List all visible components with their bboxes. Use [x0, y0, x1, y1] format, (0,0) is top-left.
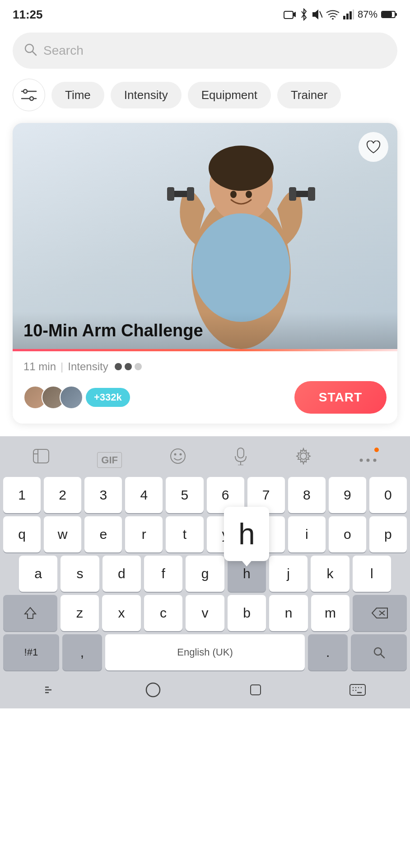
backspace-button[interactable]: [353, 595, 407, 631]
shift-button[interactable]: [3, 595, 57, 631]
key-7[interactable]: 7: [247, 477, 285, 513]
wifi-icon: [326, 9, 340, 19]
mic-button[interactable]: [231, 444, 250, 472]
svg-line-47: [381, 654, 384, 658]
key-e[interactable]: e: [84, 516, 122, 552]
emoji-icon: [169, 448, 186, 465]
nav-recents[interactable]: [241, 681, 270, 702]
start-button[interactable]: START: [294, 381, 387, 414]
search-bar[interactable]: Search: [13, 33, 397, 69]
key-6[interactable]: 6: [207, 477, 244, 513]
key-o[interactable]: o: [329, 516, 366, 552]
key-i[interactable]: i: [288, 516, 326, 552]
svg-point-17: [30, 97, 33, 100]
keyboard-toolbar: GIF: [0, 436, 410, 477]
key-j[interactable]: j: [269, 556, 308, 592]
card-image: 10-Min Arm Challenge: [13, 123, 397, 349]
key-n[interactable]: n: [269, 595, 308, 631]
search-icon: [23, 42, 37, 59]
keyboard-icon: [349, 684, 366, 696]
key-g[interactable]: g: [186, 556, 224, 592]
key-d[interactable]: d: [102, 556, 141, 592]
key-a[interactable]: a: [19, 556, 57, 592]
key-9[interactable]: 9: [329, 477, 366, 513]
key-2[interactable]: 2: [44, 477, 81, 513]
dot-3: [135, 363, 142, 370]
svg-marker-2: [312, 9, 318, 19]
card-duration: 11 min: [23, 360, 56, 373]
mic-icon: [234, 447, 247, 465]
gear-icon: [295, 448, 312, 465]
key-s[interactable]: s: [61, 556, 99, 592]
participant-count: +332k: [86, 388, 130, 407]
card-meta: 11 min | Intensity: [23, 360, 387, 373]
svg-marker-43: [25, 608, 36, 618]
favorite-button[interactable]: [359, 132, 388, 162]
filter-chip-intensity[interactable]: Intensity: [111, 82, 182, 108]
key-w[interactable]: w: [44, 516, 81, 552]
space-key[interactable]: English (UK): [105, 634, 305, 670]
key-8[interactable]: 8: [288, 477, 326, 513]
avatar-3: [60, 386, 83, 409]
intensity-dots: [115, 363, 142, 370]
key-r[interactable]: r: [125, 516, 163, 552]
key-4[interactable]: 4: [125, 477, 163, 513]
key-m[interactable]: m: [311, 595, 350, 631]
key-l[interactable]: l: [353, 556, 391, 592]
key-x[interactable]: x: [102, 595, 141, 631]
key-h[interactable]: h h: [228, 556, 266, 592]
filter-icon-button[interactable]: [13, 79, 45, 111]
symbols-button[interactable]: !#1: [3, 634, 59, 670]
key-q[interactable]: q: [3, 516, 41, 552]
key-5[interactable]: 5: [166, 477, 203, 513]
key-y[interactable]: y: [207, 516, 244, 552]
key-b[interactable]: b: [228, 595, 266, 631]
search-key[interactable]: [351, 634, 407, 670]
svg-rect-5: [343, 16, 345, 19]
settings-button[interactable]: [292, 445, 315, 471]
sticker-button[interactable]: [30, 446, 52, 470]
svg-line-13: [33, 52, 36, 55]
workout-card[interactable]: 10-Min Arm Challenge 11 min | Intensity: [13, 123, 397, 424]
period-key[interactable]: .: [308, 634, 348, 670]
key-p[interactable]: p: [369, 516, 407, 552]
nav-back[interactable]: [35, 681, 66, 702]
key-v[interactable]: v: [186, 595, 224, 631]
key-z[interactable]: z: [61, 595, 99, 631]
battery-icon: [381, 10, 397, 19]
svg-point-4: [332, 18, 334, 19]
dot-1: [115, 363, 122, 370]
key-k[interactable]: k: [311, 556, 349, 592]
key-u[interactable]: u: [247, 516, 285, 552]
notification-dot: [374, 448, 379, 452]
svg-rect-6: [346, 14, 349, 19]
zxcv-row: z x c v b n m: [0, 595, 410, 634]
svg-point-51: [146, 683, 160, 697]
android-nav: [0, 675, 410, 708]
filter-row: Time Intensity Equipment Trainer: [0, 75, 410, 118]
filter-chip-equipment[interactable]: Equipment: [188, 82, 271, 108]
search-placeholder: Search: [43, 43, 387, 58]
key-3[interactable]: 3: [84, 477, 122, 513]
filter-chip-time[interactable]: Time: [51, 82, 104, 108]
key-f[interactable]: f: [144, 556, 182, 592]
nav-keyboard[interactable]: [340, 681, 375, 702]
dot-2: [125, 363, 132, 370]
emoji-button[interactable]: [167, 445, 189, 471]
svg-point-20: [209, 146, 274, 191]
comma-key[interactable]: ,: [62, 634, 102, 670]
qwerty-row: q w e r t y u i o p: [0, 516, 410, 556]
key-0[interactable]: 0: [369, 477, 407, 513]
svg-line-3: [320, 11, 322, 18]
key-t[interactable]: t: [166, 516, 203, 552]
bluetooth-icon: [300, 8, 308, 21]
filter-chip-trainer[interactable]: Trainer: [277, 82, 341, 108]
more-button[interactable]: [356, 447, 380, 470]
status-icons: 87%: [284, 8, 397, 21]
gif-button[interactable]: GIF: [94, 447, 125, 470]
card-sep: |: [61, 360, 63, 373]
nav-home[interactable]: [136, 679, 170, 704]
key-c[interactable]: c: [144, 595, 183, 631]
key-1[interactable]: 1: [3, 477, 41, 513]
svg-rect-53: [350, 684, 365, 695]
